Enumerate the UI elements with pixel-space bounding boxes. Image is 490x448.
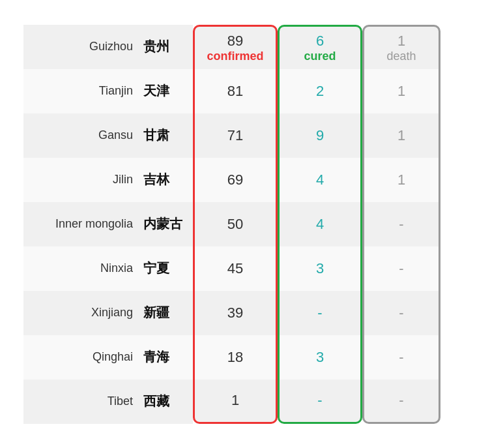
cured-value: 2: [316, 83, 324, 100]
confirmed-cell: 69: [193, 158, 278, 202]
confirmed-value: 18: [227, 349, 243, 366]
death-label: death: [386, 50, 416, 63]
confirmed-value: 89: [227, 33, 243, 50]
region-en: Tianjin: [99, 84, 133, 98]
region-cell: Tianjin天津: [23, 69, 193, 113]
table-row: Tibet西藏1--: [23, 380, 467, 424]
cured-value: -: [317, 305, 322, 321]
cured-value: -: [317, 392, 322, 409]
region-zh: 吉林: [143, 171, 182, 188]
cured-value: 3: [316, 260, 324, 277]
region-cell: Xinjiang新疆: [23, 291, 193, 335]
cured-label: cured: [304, 50, 336, 63]
confirmed-cell: 50: [193, 202, 278, 246]
death-value: 1: [397, 127, 405, 144]
death-cell: -: [362, 246, 440, 291]
cured-cell: 3: [278, 335, 362, 380]
data-table: Guizhou贵州89confirmed6cured1deathTianjin天…: [10, 18, 480, 430]
cured-cell: 4: [278, 158, 362, 202]
region-zh: 甘肃: [143, 127, 182, 144]
table-row: Qinghai青海183-: [23, 335, 467, 380]
region-cell: Qinghai青海: [23, 335, 193, 380]
death-cell: -: [362, 202, 440, 246]
cured-value: 9: [316, 127, 324, 144]
region-en: Jilin: [113, 173, 133, 187]
death-value: -: [399, 392, 403, 409]
region-zh: 新疆: [143, 304, 182, 321]
confirmed-label: confirmed: [207, 50, 263, 63]
death-cell: -: [362, 291, 440, 335]
confirmed-value: 45: [227, 260, 243, 277]
region-zh: 青海: [143, 348, 182, 366]
cured-cell: 6cured: [278, 25, 362, 69]
region-en: Guizhou: [89, 40, 133, 53]
region-cell: Guizhou贵州: [23, 25, 193, 69]
cured-cell: 4: [278, 202, 362, 246]
confirmed-cell: 71: [193, 113, 278, 158]
death-value: -: [399, 260, 403, 277]
confirmed-value: 1: [231, 392, 239, 409]
region-cell: Gansu甘肃: [23, 113, 193, 158]
death-value: 1: [397, 172, 405, 188]
cured-value: 3: [316, 349, 324, 366]
cured-cell: -: [278, 380, 362, 424]
region-cell: Tibet西藏: [23, 380, 193, 424]
region-cell: Jilin吉林: [23, 158, 193, 202]
cured-cell: 9: [278, 113, 362, 158]
death-value: -: [399, 349, 403, 366]
region-en: Inner mongolia: [55, 217, 133, 231]
region-cell: Ninxia宁夏: [23, 246, 193, 291]
death-cell: 1: [362, 69, 440, 113]
death-value: -: [399, 305, 403, 321]
region-zh: 天津: [143, 82, 182, 100]
confirmed-value: 50: [227, 216, 243, 233]
confirmed-cell: 89confirmed: [193, 25, 278, 69]
region-en: Qinghai: [93, 350, 133, 364]
confirmed-value: 81: [227, 83, 243, 100]
death-value: 1: [397, 33, 405, 50]
region-en: Xinjiang: [91, 306, 133, 320]
table-row: Jilin吉林6941: [23, 158, 467, 202]
death-value: 1: [397, 83, 405, 100]
region-zh: 西藏: [143, 393, 182, 410]
death-cell: 1death: [362, 25, 440, 69]
confirmed-value: 71: [227, 127, 243, 144]
cured-value: 4: [316, 216, 324, 233]
table-row: Ninxia宁夏453-: [23, 246, 467, 291]
death-cell: 1: [362, 113, 440, 158]
death-cell: -: [362, 335, 440, 380]
region-en: Tibet: [108, 395, 133, 408]
table-row: Guizhou贵州89confirmed6cured1death: [23, 25, 467, 69]
confirmed-cell: 45: [193, 246, 278, 291]
cured-cell: 2: [278, 69, 362, 113]
region-zh: 内蒙古: [143, 215, 182, 233]
confirmed-cell: 39: [193, 291, 278, 335]
region-en: Gansu: [98, 128, 133, 142]
death-cell: 1: [362, 158, 440, 202]
region-cell: Inner mongolia内蒙古: [23, 202, 193, 246]
cured-cell: -: [278, 291, 362, 335]
confirmed-value: 69: [227, 172, 243, 188]
table-row: Tianjin天津8121: [23, 69, 467, 113]
table-row: Xinjiang新疆39--: [23, 291, 467, 335]
death-value: -: [399, 216, 403, 233]
cured-cell: 3: [278, 246, 362, 291]
death-cell: -: [362, 380, 440, 424]
cured-value: 6: [316, 33, 324, 50]
table-row: Gansu甘肃7191: [23, 113, 467, 158]
region-zh: 贵州: [143, 38, 182, 55]
table-row: Inner mongolia内蒙古504-: [23, 202, 467, 246]
confirmed-cell: 18: [193, 335, 278, 380]
confirmed-value: 39: [227, 305, 243, 321]
confirmed-cell: 81: [193, 69, 278, 113]
cured-value: 4: [316, 172, 324, 188]
region-en: Ninxia: [100, 261, 133, 275]
region-zh: 宁夏: [143, 260, 182, 277]
confirmed-cell: 1: [193, 380, 278, 424]
